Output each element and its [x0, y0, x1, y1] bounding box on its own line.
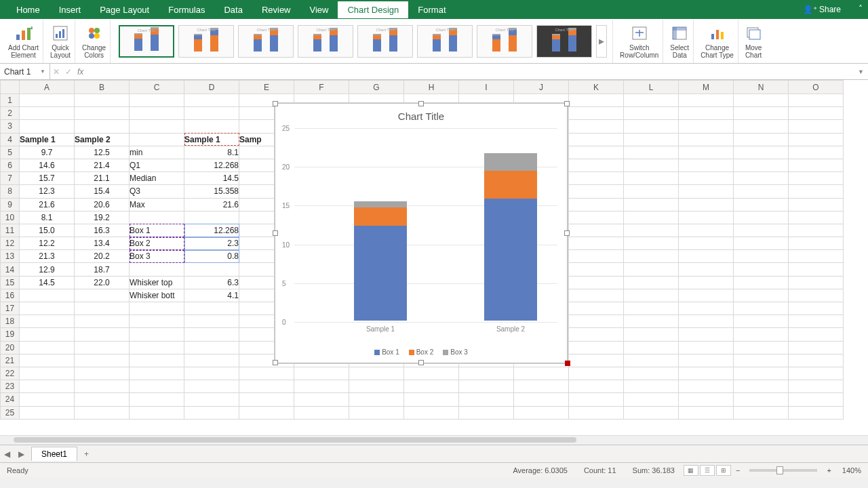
cell[interactable] — [679, 367, 734, 380]
row-header[interactable]: 19 — [1, 328, 20, 341]
cell[interactable] — [130, 328, 184, 341]
cell[interactable] — [184, 367, 239, 380]
cell[interactable] — [569, 159, 624, 171]
add-sheet-button[interactable]: + — [77, 449, 96, 459]
cell[interactable] — [679, 120, 734, 133]
collapse-ribbon-icon[interactable]: ˄ — [859, 4, 863, 14]
cell[interactable] — [459, 367, 514, 380]
column-header[interactable]: J — [514, 81, 569, 94]
cell[interactable] — [624, 406, 679, 419]
normal-view-button[interactable]: ▦ — [684, 465, 698, 476]
row-header[interactable]: 24 — [1, 393, 20, 406]
cell[interactable] — [75, 107, 130, 120]
cell[interactable] — [569, 224, 624, 237]
cell[interactable] — [459, 380, 514, 393]
cell[interactable] — [75, 328, 130, 341]
cell[interactable]: Box 3 — [130, 250, 184, 263]
cell[interactable]: Sample 2 — [75, 133, 130, 146]
zoom-out-button[interactable]: − — [732, 466, 744, 474]
cell[interactable] — [569, 302, 624, 315]
cell[interactable] — [789, 172, 844, 185]
cell[interactable] — [624, 263, 679, 276]
cell[interactable] — [75, 393, 130, 406]
cell[interactable] — [789, 120, 844, 133]
cell[interactable] — [679, 315, 734, 328]
cell[interactable] — [130, 341, 184, 354]
sheet-tab[interactable]: Sheet1 — [31, 447, 77, 461]
chart-resize-handle[interactable] — [418, 360, 424, 365]
move-chart-button[interactable]: Move Chart — [741, 20, 766, 63]
cell[interactable] — [679, 341, 734, 354]
share-button[interactable]: 👤⁺ Share — [803, 5, 861, 14]
cell[interactable] — [679, 211, 734, 224]
horizontal-scrollbar[interactable] — [0, 435, 868, 445]
cell[interactable] — [734, 146, 789, 159]
cell[interactable] — [679, 263, 734, 276]
row-header[interactable]: 13 — [1, 250, 20, 263]
cell[interactable] — [130, 94, 184, 107]
ribbon-tab-data[interactable]: Data — [214, 1, 252, 18]
cell[interactable] — [404, 393, 459, 406]
cell[interactable] — [569, 354, 624, 367]
chart-style-thumb[interactable]: Chart Title — [238, 25, 294, 58]
cell[interactable]: 15.7 — [20, 172, 75, 185]
select-all-cell[interactable] — [1, 81, 20, 94]
cell[interactable] — [624, 107, 679, 120]
cell[interactable] — [624, 289, 679, 302]
cell[interactable] — [184, 263, 239, 276]
cell[interactable] — [734, 94, 789, 107]
fx-icon[interactable]: fx — [75, 67, 86, 77]
cell[interactable] — [20, 289, 75, 302]
cell[interactable] — [624, 380, 679, 393]
cell[interactable] — [679, 406, 734, 419]
cell[interactable] — [20, 328, 75, 341]
cell[interactable] — [789, 250, 844, 263]
ribbon-tab-formulas[interactable]: Formulas — [159, 1, 214, 18]
cell[interactable]: 9.7 — [20, 146, 75, 159]
cell[interactable] — [404, 367, 459, 380]
cell[interactable] — [679, 302, 734, 315]
cell[interactable] — [734, 276, 789, 289]
cell[interactable]: 12.3 — [20, 185, 75, 198]
cell[interactable] — [624, 354, 679, 367]
cell[interactable] — [569, 289, 624, 302]
cell[interactable] — [624, 393, 679, 406]
cell[interactable] — [624, 211, 679, 224]
cell[interactable] — [789, 146, 844, 159]
cell[interactable]: Sample 1 — [20, 133, 75, 146]
cell[interactable] — [789, 224, 844, 237]
column-header[interactable]: I — [459, 81, 514, 94]
cell[interactable] — [734, 120, 789, 133]
chart-resize-handle[interactable] — [273, 101, 278, 106]
cancel-formula-icon[interactable]: ✕ — [50, 67, 62, 77]
cell[interactable] — [184, 211, 239, 224]
cell[interactable] — [569, 133, 624, 146]
ribbon-tab-format[interactable]: Format — [408, 1, 455, 18]
row-header[interactable]: 11 — [1, 224, 20, 237]
cell[interactable]: 6.3 — [184, 276, 239, 289]
cell[interactable]: min — [130, 146, 184, 159]
cell[interactable] — [624, 367, 679, 380]
cell[interactable] — [569, 315, 624, 328]
page-layout-view-button[interactable]: ☰ — [700, 465, 715, 476]
row-header[interactable]: 6 — [1, 159, 20, 171]
row-header[interactable]: 23 — [1, 380, 20, 393]
row-header[interactable]: 21 — [1, 354, 20, 367]
cell[interactable] — [569, 107, 624, 120]
switch-row-column-button[interactable]: Switch Row/Column — [616, 20, 663, 63]
cell[interactable] — [184, 120, 239, 133]
cell[interactable] — [294, 406, 349, 419]
ribbon-tab-chart-design[interactable]: Chart Design — [338, 1, 408, 18]
cell[interactable] — [679, 393, 734, 406]
cell[interactable]: 22.0 — [75, 276, 130, 289]
cell[interactable] — [789, 328, 844, 341]
ribbon-tab-page-layout[interactable]: Page Layout — [90, 1, 159, 18]
cell[interactable] — [349, 380, 404, 393]
row-header[interactable]: 5 — [1, 146, 20, 159]
cell[interactable] — [514, 380, 569, 393]
cell[interactable] — [734, 107, 789, 120]
cell[interactable] — [184, 315, 239, 328]
cell[interactable] — [294, 380, 349, 393]
cell[interactable]: 20.2 — [75, 250, 130, 263]
ribbon-tab-home[interactable]: Home — [7, 1, 50, 18]
